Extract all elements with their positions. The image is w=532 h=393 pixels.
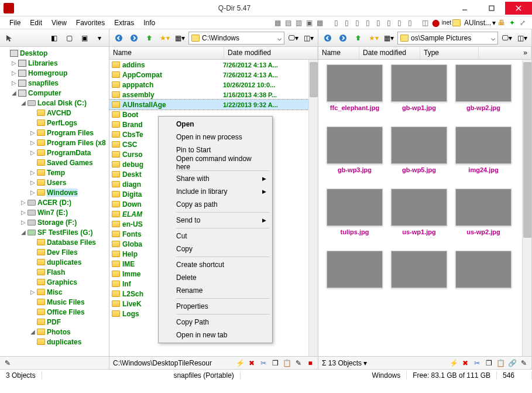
ctx-copy-as-path[interactable]: Copy as path — [160, 198, 271, 211]
expand-icon[interactable]: ◢ — [11, 90, 18, 96]
tree-item[interactable]: ▷Storage (F:) — [0, 217, 109, 227]
expand-icon[interactable]: ◢ — [20, 100, 27, 106]
layout-icon[interactable]: ▣ — [305, 18, 314, 28]
forward-icon[interactable] — [337, 32, 349, 45]
list-row[interactable]: addins7/26/2012 4:13 A... — [109, 60, 318, 70]
cut-icon[interactable]: ✂ — [259, 359, 267, 367]
forward-icon[interactable] — [128, 32, 140, 45]
monitor-icon[interactable]: 🖵▾ — [287, 32, 300, 45]
expand-icon[interactable]: ▷ — [29, 139, 36, 146]
expand-icon[interactable]: ▷ — [20, 209, 27, 216]
ctx-open[interactable]: Open — [160, 118, 271, 131]
next-icon[interactable]: ▢ — [63, 32, 75, 45]
ctx-cmd-here[interactable]: Open command window here — [160, 156, 271, 169]
tree-item[interactable]: duplicates — [0, 337, 109, 347]
back-icon[interactable] — [112, 32, 125, 45]
favorites-icon[interactable]: ★▾ — [158, 32, 171, 45]
tree-item[interactable]: ◢SF TestFiles (G:) — [0, 227, 109, 237]
thumbnail[interactable]: us-wp2.jpg — [455, 189, 512, 235]
expand-icon[interactable]: ◢ — [29, 329, 36, 335]
ctx-copy[interactable]: Copy — [160, 242, 271, 255]
prev-icon[interactable]: ◧ — [47, 32, 60, 45]
thumbnail[interactable]: gb-wp5.jpg — [391, 127, 447, 173]
expand-icon[interactable]: ▷ — [11, 80, 18, 86]
layout-icon[interactable]: ▦ — [273, 18, 283, 28]
tree-item[interactable]: ▷Libraries — [0, 58, 109, 68]
menu-extras[interactable]: Extras — [109, 18, 139, 28]
thumbnail[interactable]: img24.jpg — [455, 127, 512, 173]
object-count[interactable]: Σ 13 Objects ▾ — [322, 359, 367, 367]
ctx-include-library[interactable]: Include in library▶ — [160, 185, 271, 198]
tree-item[interactable]: ▷Windows — [0, 187, 109, 197]
view-icon[interactable]: ▦▾ — [382, 32, 395, 45]
tree-item[interactable]: Flash — [0, 267, 109, 277]
col-name[interactable]: Name — [109, 47, 224, 59]
chevron-down-icon[interactable]: ⌵ — [277, 34, 282, 42]
layout-icon[interactable]: ▯ — [374, 18, 383, 28]
up-icon[interactable] — [143, 32, 156, 45]
layout-icon[interactable]: ▯ — [385, 18, 394, 28]
layout-icon[interactable]: ▥ — [294, 18, 304, 28]
paste-icon[interactable]: 📋 — [283, 359, 291, 367]
list-row[interactable]: apppatch10/26/2012 10:0... — [109, 80, 318, 90]
refresh-icon[interactable]: ▣ — [78, 32, 91, 45]
chevron-down-icon[interactable]: ⌵ — [491, 34, 495, 42]
menu-info[interactable]: Info — [139, 18, 160, 28]
layout-icon[interactable]: ▯ — [395, 18, 404, 28]
layout-icon[interactable]: ▯ — [363, 18, 373, 28]
close-button[interactable] — [505, 2, 532, 15]
expand-icon[interactable]: ▷ — [11, 60, 18, 66]
ctx-properties[interactable]: Properties — [160, 300, 271, 313]
up-icon[interactable] — [352, 32, 365, 45]
record-icon[interactable]: ■ — [306, 359, 314, 367]
minimize-button[interactable] — [451, 2, 478, 15]
maximize-button[interactable] — [478, 2, 505, 15]
address-bar[interactable]: os\Sample Pictures⌵ — [397, 32, 498, 45]
ctx-copy-path[interactable]: Copy Path — [160, 316, 271, 329]
network-icon[interactable]: ⬤ — [431, 18, 441, 28]
paste-icon[interactable]: 📋 — [496, 359, 504, 367]
expand-icon[interactable]: ▷ — [29, 149, 36, 156]
back-icon[interactable] — [321, 32, 334, 45]
edit-icon[interactable]: ✎ — [294, 359, 303, 367]
ctx-open-new-tab[interactable]: Open in new tab — [160, 329, 271, 341]
copy-icon[interactable]: ❐ — [271, 359, 279, 367]
scrollbar[interactable] — [308, 60, 318, 356]
ctx-open-process[interactable]: Open in new process — [160, 131, 271, 143]
thumbnail[interactable]: ffc_elephant.jpg — [327, 64, 383, 111]
print-icon[interactable]: 🖶 — [497, 18, 506, 28]
tree-item[interactable]: duplicates — [0, 257, 109, 267]
monitor-icon[interactable]: 🖵▾ — [500, 32, 513, 45]
thumbnail[interactable]: us-wp1.jpg — [391, 189, 447, 235]
list-row[interactable]: AUInstallAge1/22/2013 9:32 A... — [109, 100, 318, 110]
layout-icon[interactable]: ▦ — [315, 18, 325, 28]
comment-icon[interactable]: ✎ — [4, 359, 12, 367]
expand-icon[interactable]: ▷ — [29, 289, 36, 295]
edit-icon[interactable]: ✎ — [520, 359, 528, 367]
col-name[interactable]: Name — [318, 47, 359, 59]
tree-item[interactable]: ▷Misc — [0, 287, 109, 297]
menu-file[interactable]: File — [5, 18, 25, 28]
tree-item[interactable]: Music Files — [0, 297, 109, 307]
col-date[interactable]: Date modified — [359, 47, 420, 59]
tree-item[interactable]: Desktop — [0, 48, 109, 58]
expand-icon[interactable]: ▷ — [29, 189, 36, 196]
ctx-cut[interactable]: Cut — [160, 230, 271, 242]
favorites-icon[interactable]: ★▾ — [367, 32, 380, 45]
flash-icon[interactable]: ⚡ — [449, 359, 458, 367]
tree-item[interactable]: Dev Files — [0, 247, 109, 257]
menu-favorites[interactable]: Favorites — [71, 18, 109, 28]
folder-tree[interactable]: Desktop▷Libraries▷Homegroup▷snapfiles◢Co… — [0, 47, 109, 356]
link-icon[interactable]: 🔗 — [508, 359, 516, 367]
layout-icon[interactable]: ▤ — [284, 18, 293, 28]
tree-toggle-icon[interactable]: ◫ — [421, 18, 430, 28]
col-date[interactable]: Date modified — [224, 47, 318, 59]
tree-item[interactable]: AVCHD — [0, 108, 109, 118]
layout-icon[interactable]: ▯ — [353, 18, 362, 28]
tree-item[interactable]: PerfLogs — [0, 118, 109, 128]
more-columns[interactable]: » — [479, 47, 531, 59]
tree-item[interactable]: PDF — [0, 317, 109, 327]
delete-icon[interactable]: ✖ — [461, 359, 469, 367]
thumbnail[interactable]: gb-wp1.jpg — [391, 64, 447, 111]
tree-item[interactable]: ▷Program Files — [0, 128, 109, 138]
